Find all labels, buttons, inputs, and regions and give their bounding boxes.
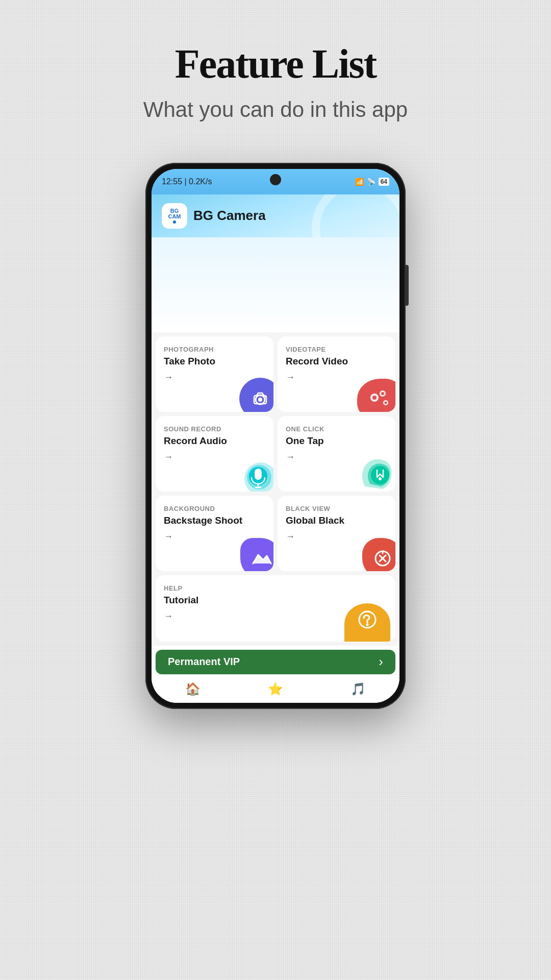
vip-label: Permanent VIP (168, 656, 240, 668)
feature-card-sound-record[interactable]: SOUND RECORD Record Audio → (156, 416, 273, 492)
page-subtitle: What you can do in this app (143, 97, 408, 122)
app-logo: BG CAM (162, 203, 187, 229)
bottom-nav: 🏠 ⭐ 🎵 (152, 674, 399, 703)
svg-point-9 (385, 401, 387, 404)
feature-card-photograph[interactable]: PHOTOGRAPH Take Photo → (156, 336, 273, 412)
nav-music-icon[interactable]: 🎵 (350, 682, 366, 696)
feature-title-help: Tutorial (164, 595, 387, 606)
wifi-icon: 📡 (367, 178, 375, 186)
app-name: BG Camera (193, 208, 266, 224)
status-time: 12:55 | 0.2K/s (162, 177, 212, 186)
feature-card-videotape[interactable]: VIDEOTAPE Record Video → (278, 336, 395, 412)
vip-arrow-icon: › (379, 654, 383, 670)
phone-frame: 12:55 | 0.2K/s 📶 📡 64 BG CAM BG Camera (145, 163, 406, 709)
logo-dot (173, 220, 176, 224)
feature-category-videotape: VIDEOTAPE (286, 346, 326, 353)
phone-screen-content: BG CAM BG Camera PHOTOGRAPH Take Photo → (152, 194, 399, 703)
feature-category-sound: SOUND RECORD (164, 425, 221, 433)
svg-point-7 (381, 392, 384, 395)
feature-category-oneclick: ONE CLICK (286, 425, 324, 433)
feature-card-one-click[interactable]: ONE CLICK One Tap → (278, 416, 395, 492)
feature-title-videotape: Record Video (286, 356, 387, 367)
status-icons: 📶 📡 64 (355, 178, 389, 186)
feature-card-help[interactable]: HELP Tutorial → (156, 575, 395, 642)
logo-text-cam: CAM (168, 214, 181, 219)
video-icon-shape (357, 379, 395, 412)
nav-home-icon[interactable]: 🏠 (185, 682, 201, 696)
vip-bar[interactable]: Permanent VIP › (156, 650, 395, 674)
feature-title-oneclick: One Tap (286, 435, 387, 447)
phone-screen: 12:55 | 0.2K/s 📶 📡 64 BG CAM BG Camera (152, 169, 399, 703)
onetap-icon-shape (355, 451, 395, 492)
feature-title-blackview: Global Black (286, 515, 387, 526)
feature-category-blackview: BLACK VIEW (286, 505, 330, 512)
camera-icon-shape (239, 378, 273, 412)
feature-title-background: Backstage Shoot (164, 515, 265, 526)
svg-rect-13 (255, 469, 262, 480)
hero-area (152, 237, 399, 332)
blackview-icon-shape (362, 538, 395, 571)
svg-point-1 (258, 398, 262, 402)
feature-title-sound: Record Audio (164, 435, 265, 447)
svg-point-3 (265, 396, 267, 398)
signal-icon: 📶 (355, 178, 364, 186)
svg-point-16 (371, 466, 389, 484)
feature-category-help: HELP (164, 584, 183, 592)
feature-card-black-view[interactable]: BLACK VIEW Global Black → (278, 496, 395, 571)
help-icon-shape (344, 603, 390, 642)
feature-card-background[interactable]: BACKGROUND Backstage Shoot → (156, 496, 273, 571)
page-title: Feature List (175, 41, 376, 87)
feature-grid: PHOTOGRAPH Take Photo → (152, 332, 399, 646)
app-header: BG CAM BG Camera (152, 194, 399, 237)
svg-point-21 (366, 624, 368, 626)
feature-title-photograph: Take Photo (164, 356, 265, 367)
svg-point-17 (379, 477, 382, 480)
feature-category-photograph: PHOTOGRAPH (164, 346, 214, 353)
background-icon-shape (240, 538, 273, 571)
svg-point-5 (372, 396, 377, 400)
status-bar: 12:55 | 0.2K/s 📶 📡 64 (152, 169, 399, 194)
nav-star-icon[interactable]: ⭐ (268, 682, 283, 696)
feature-category-background: BACKGROUND (164, 505, 215, 512)
battery-icon: 64 (379, 178, 389, 186)
audio-icon-shape (233, 451, 273, 492)
